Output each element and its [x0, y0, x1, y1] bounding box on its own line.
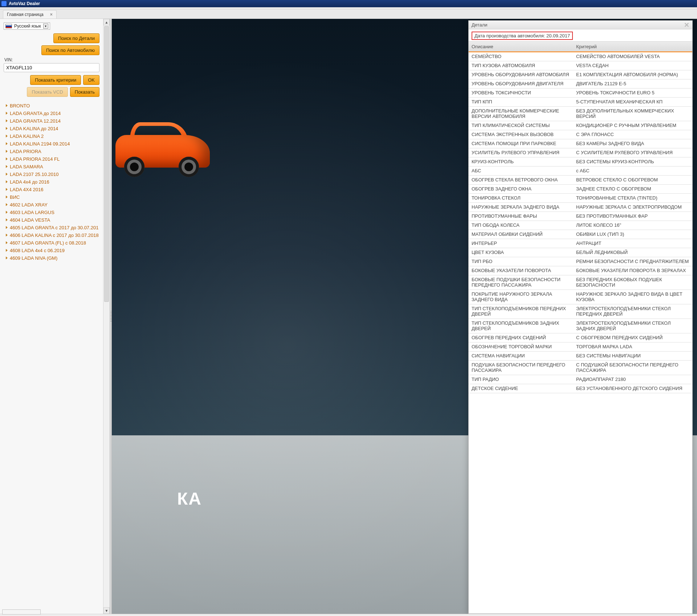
detail-value: НАРУЖНОЕ ЗЕРКАЛО ЗАДНЕГО ВИДА В ЦВЕТ КУЗ…: [573, 290, 692, 304]
search-parts-button[interactable]: Поиск по Детали: [53, 33, 99, 43]
detail-desc: ПОКРЫТИЕ НАРУЖНОГО ЗЕРКАЛА ЗАДНЕГО ВИДА: [469, 290, 573, 304]
detail-row: БОКОВЫЕ УКАЗАТЕЛИ ПОВОРОТАБОКОВЫЕ УКАЗАТ…: [469, 266, 692, 275]
detail-desc: ОБОГРЕВ СТЕКЛА ВЕТРОВОГО ОКНА: [469, 176, 573, 184]
tree-item[interactable]: 4604 LADA VESTA: [4, 216, 99, 224]
tree-item[interactable]: LADA 4x4 до 2016: [4, 178, 99, 186]
tree-item-label: LADA 4x4 до 2016: [10, 179, 49, 185]
tree-item[interactable]: 4609 LADA NIVA (GM): [4, 254, 99, 262]
detail-value: БЕЗ ПЕРЕДНИХ БОКОВЫХ ПОДУШЕК БЕЗОПАСНОСТ…: [573, 275, 692, 289]
details-rows: СЕМЕЙСТВОСЕМЕЙСТВО АВТОМОБИЛЕЙ VESTAТИП …: [469, 52, 692, 613]
tree-item[interactable]: 4605 LADA GRANTA с 2017 до 30.07.201: [4, 224, 99, 231]
detail-row: ТИП ОБОДА КОЛЕСАЛИТОЕ КОЛЕСО 16": [469, 221, 692, 230]
detail-row: ТИП РАДИОРАДИОАППАРАТ 2180: [469, 375, 692, 384]
tree-item-label: 4606 LADA KALINA с 2017 до 30.07.2018: [10, 233, 99, 238]
detail-desc: ОБОГРЕВ ПЕРЕДНИХ СИДЕНИЙ: [469, 333, 573, 342]
caret-right-icon: [6, 157, 8, 160]
detail-row: ПРОТИВОТУМАННЫЕ ФАРЫБЕЗ ПРОТИВОТУМАННЫХ …: [469, 212, 692, 221]
detail-row: ИНТЕРЬЕРАНТРАЦИТ: [469, 239, 692, 248]
detail-row: УСИЛИТЕЛЬ РУЛЕВОГО УПРАВЛЕНИЯС УСИЛИТЕЛЕ…: [469, 148, 692, 157]
detail-desc: ТОНИРОВКА СТЕКОЛ: [469, 194, 573, 202]
caret-right-icon: [6, 112, 8, 115]
search-vehicle-button[interactable]: Поиск по Автомобилю: [41, 45, 99, 55]
detail-value: БЕЗ СИСТЕМЫ НАВИГАЦИИ: [573, 352, 692, 360]
show-criteria-button[interactable]: Показать критерии: [30, 75, 81, 85]
sidebar-scrollbar[interactable]: ▲ ▼: [103, 19, 110, 614]
tree-item[interactable]: LADA KALINA до 2014: [4, 125, 99, 132]
tree-item[interactable]: 4603 LADA LARGUS: [4, 209, 99, 216]
show-vcd-button: Показать VCD: [27, 87, 68, 97]
tree-item-label: LADA GRANTA до 2014: [10, 111, 61, 116]
detail-row: ТИП РБОРЕМНИ БЕЗОПАСНОСТИ С ПРЕДНАТЯЖИТЕ…: [469, 257, 692, 266]
detail-row: ПОДУШКА БЕЗОПАСНОСТИ ПЕРЕДНЕГО ПАССАЖИРА…: [469, 361, 692, 375]
detail-desc: УРОВЕНЬ ОБОРУДОВАНИЯ АВТОМОБИЛЯ: [469, 70, 573, 79]
tree-item-label: LADA PRIORA 2014 FL: [10, 156, 60, 162]
close-icon[interactable]: ×: [50, 12, 53, 17]
detail-value: ДВИГАТЕЛЬ 21129 Е-5: [573, 79, 692, 88]
detail-value: С ПОДУШКОЙ БЕЗОПАСНОСТИ ПЕРЕДНЕГО ПАССАЖ…: [573, 361, 692, 375]
detail-value: ЗАДНЕЕ СТЕКЛО С ОБОГРЕВОМ: [573, 185, 692, 193]
car-illustration: [115, 113, 213, 178]
scroll-down-icon[interactable]: ▼: [103, 607, 110, 614]
detail-desc: ТИП ОБОДА КОЛЕСА: [469, 221, 573, 230]
detail-row: ОБОГРЕВ ПЕРЕДНИХ СИДЕНИЙС ОБОГРЕВОМ ПЕРЕ…: [469, 333, 692, 342]
tree-item-label: LADA PRIORA: [10, 149, 41, 154]
window-titlebar: AvtoVaz Dealer: [0, 0, 697, 7]
tree-item[interactable]: LADA KALINA 2194 09.2014: [4, 140, 99, 148]
detail-value: ВЕТРОВОЕ СТЕКЛО С ОБОГРЕВОМ: [573, 176, 692, 184]
detail-value: КОНДИЦИОНЕР С РУЧНЫМ УПРАВЛЕНИЕМ: [573, 121, 692, 130]
detail-row: НАРУЖНЫЕ ЗЕРКАЛА ЗАДНЕГО ВИДАНАРУЖНЫЕ ЗЕ…: [469, 203, 692, 212]
detail-value: ТОНИРОВАННЫЕ СТЕКЛА (TINTED): [573, 194, 692, 202]
tree-item[interactable]: LADA PRIORA: [4, 148, 99, 155]
detail-row: ТИП КЛИМАТИЧЕСКОЙ СИСТЕМЫКОНДИЦИОНЕР С Р…: [469, 121, 692, 130]
tree-item[interactable]: LADA KALINA 2: [4, 132, 99, 140]
caret-right-icon: [6, 249, 8, 252]
detail-desc: ПОДУШКА БЕЗОПАСНОСТИ ПЕРЕДНЕГО ПАССАЖИРА: [469, 361, 573, 375]
tree-item[interactable]: BRONTO: [4, 102, 99, 110]
tree-item[interactable]: LADA PRIORA 2014 FL: [4, 155, 99, 163]
detail-value: ЭЛЕКТРОСТЕКЛОПОДЪЕМНИКИ СТЕКОЛ ЗАДНИХ ДВ…: [573, 319, 692, 333]
tab-main[interactable]: Главная страница ×: [3, 10, 57, 19]
tree-item[interactable]: ВИС: [4, 193, 99, 201]
show-button[interactable]: Показать: [70, 87, 99, 97]
scroll-thumb[interactable]: [104, 26, 109, 302]
detail-desc: ИНТЕРЬЕР: [469, 239, 573, 248]
tree-item-label: LADA SAMARA: [10, 164, 43, 169]
close-icon[interactable]: ✕: [684, 22, 689, 28]
detail-desc: УРОВЕНЬ ОБОРУДОВАНИЯ ДВИГАТЕЛЯ: [469, 79, 573, 88]
tree-item[interactable]: 4608 LADA 4x4 с 06.2019: [4, 247, 99, 254]
ok-button[interactable]: OK: [83, 75, 99, 85]
caret-right-icon: [6, 196, 8, 198]
caret-right-icon: [6, 119, 8, 122]
detail-value: С УСИЛИТЕЛЕМ РУЛЕВОГО УПРАВЛЕНИЯ: [573, 148, 692, 157]
caret-right-icon: [6, 188, 8, 191]
detail-value: ЛИТОЕ КОЛЕСО 16": [573, 221, 692, 230]
detail-desc: ДОПОЛНИТЕЛЬНЫЕ КОММЕРЧЕСКИЕ ВЕРСИИ АВТОМ…: [469, 107, 573, 121]
caret-right-icon: [6, 211, 8, 214]
tree-item[interactable]: 4602 LADA XRAY: [4, 201, 99, 209]
detail-row: УРОВЕНЬ ОБОРУДОВАНИЯ АВТОМОБИЛЯЕ1 КОМПЛЕ…: [469, 70, 692, 79]
detail-desc: КРУИЗ-КОНТРОЛЬ: [469, 157, 573, 166]
col-description: Описание: [469, 42, 573, 52]
detail-value: БЕЗ СИСТЕМЫ КРУИЗ-КОНТРОЛЬ: [573, 157, 692, 166]
detail-value: ОБИВКИ LUX (ТИП 3): [573, 230, 692, 239]
tree-item-label: LADA KALINA 2194 09.2014: [10, 141, 70, 147]
tree-item[interactable]: LADA GRANTA 12.2014: [4, 117, 99, 125]
content-area: КА Детали ✕ Дата производства автомобиля…: [112, 19, 697, 614]
detail-desc: СИСТЕМА НАВИГАЦИИ: [469, 352, 573, 360]
tree-item[interactable]: 4606 LADA KALINA с 2017 до 30.07.2018: [4, 231, 99, 239]
tree-item[interactable]: 4607 LADA GRANTA (FL) с 08.2018: [4, 239, 99, 247]
detail-desc: ТИП КУЗОВА АВТОМОБИЛЯ: [469, 61, 573, 70]
detail-row: ЦВЕТ КУЗОВАБЕЛЫЙ ЛЕДНИКОВЫЙ: [469, 248, 692, 257]
language-select[interactable]: Русский язык ▼: [4, 22, 50, 30]
vin-input[interactable]: [4, 63, 99, 72]
detail-row: УРОВЕНЬ ТОКСИЧНОСТИУРОВЕНЬ ТОКСИЧНОСТИ E…: [469, 89, 692, 98]
scroll-up-icon[interactable]: ▲: [103, 19, 110, 25]
detail-value: НАРУЖНЫЕ ЗЕРКАЛА С ЭЛЕКТРОПРИВОДОМ: [573, 203, 692, 212]
tree-item[interactable]: LADA 2107 25.10.2010: [4, 171, 99, 178]
col-criterion: Критерий: [573, 42, 692, 52]
tree-item[interactable]: LADA SAMARA: [4, 163, 99, 171]
tree-item[interactable]: LADA GRANTA до 2014: [4, 110, 99, 117]
tree-item[interactable]: LADA 4X4 2016: [4, 186, 99, 193]
detail-value: БЕЗ ПРОТИВОТУМАННЫХ ФАР: [573, 212, 692, 221]
detail-row: КРУИЗ-КОНТРОЛЬБЕЗ СИСТЕМЫ КРУИЗ-КОНТРОЛЬ: [469, 157, 692, 167]
